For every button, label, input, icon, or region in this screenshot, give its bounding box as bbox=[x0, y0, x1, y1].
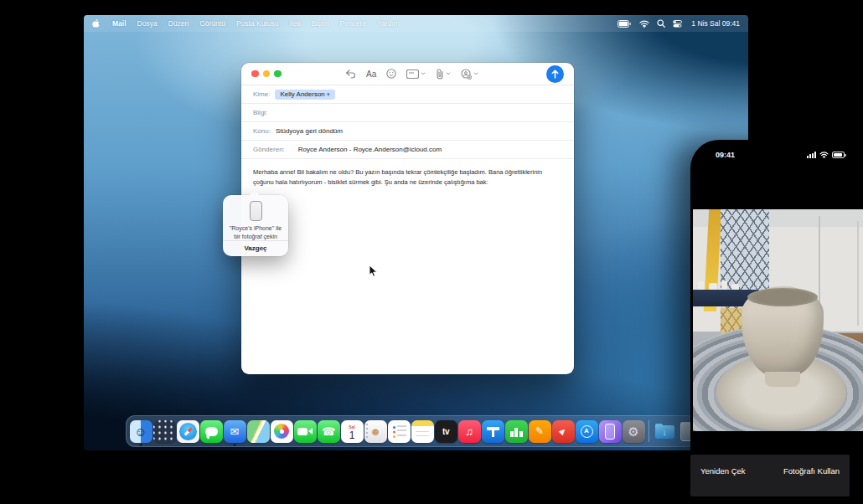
mail-dock-icon[interactable]: ✉ bbox=[223, 416, 246, 446]
door-panel-line bbox=[857, 221, 859, 326]
chevron-down-icon bbox=[446, 72, 451, 75]
cc-label: Bilgi: bbox=[253, 109, 267, 116]
clay-pot bbox=[742, 286, 824, 377]
mail-toolbar: Aa bbox=[241, 63, 574, 85]
open-indicator bbox=[140, 444, 142, 446]
iphone-clock: 09:41 bbox=[716, 151, 735, 159]
mail-compose-window: Aa bbox=[241, 63, 574, 374]
subject-field[interactable]: Konu: Stüdyoya geri döndüm bbox=[241, 122, 574, 141]
menu-görüntü[interactable]: Görüntü bbox=[199, 19, 225, 28]
open-indicator bbox=[234, 444, 236, 446]
header-fields-button[interactable] bbox=[406, 69, 426, 79]
window-controls bbox=[251, 70, 282, 78]
contacts-dock-icon[interactable]: ☻ bbox=[364, 416, 387, 446]
chevron-down-icon bbox=[421, 72, 426, 75]
pages-dock-icon[interactable]: ✎ bbox=[528, 416, 551, 446]
dock-icons: ☺✉☎Sal1☻tv♫✎▲A⚙↓ bbox=[129, 416, 700, 446]
subject-value: Stüdyoya geri döndüm bbox=[276, 127, 343, 135]
launchpad-dock-icon[interactable] bbox=[152, 416, 176, 446]
iphone-status-bar: 09:41 bbox=[690, 148, 863, 162]
to-field[interactable]: Kime: Kelly Anderson ▾ bbox=[241, 85, 574, 104]
control-center-icon[interactable] bbox=[673, 20, 682, 28]
menu-items: MailDosyaDüzenGörüntüPosta KutusuİletiBi… bbox=[112, 19, 411, 28]
mac-desktop: MailDosyaDüzenGörüntüPosta KutusuİletiBi… bbox=[84, 15, 748, 450]
menu-posta-kutusu[interactable]: Posta Kutusu bbox=[236, 19, 279, 28]
wifi-icon bbox=[819, 152, 829, 158]
zoom-button[interactable] bbox=[274, 70, 282, 78]
shelf-pottery bbox=[698, 280, 748, 290]
rocket-app-dock-icon[interactable]: ▲ bbox=[551, 416, 575, 446]
wifi-icon[interactable] bbox=[639, 20, 649, 28]
music-dock-icon[interactable]: ♫ bbox=[457, 416, 481, 446]
photos-dock-icon[interactable] bbox=[270, 416, 293, 446]
keynote-dock-icon[interactable] bbox=[481, 416, 504, 446]
close-button[interactable] bbox=[251, 70, 259, 78]
continuity-camera-popup: "Royce's iPhone" ile bir fotoğraf çekin … bbox=[223, 195, 288, 256]
format-button[interactable]: Aa bbox=[366, 69, 376, 79]
chevron-down-icon bbox=[473, 72, 478, 75]
app-store-dock-icon[interactable]: A bbox=[575, 416, 598, 446]
screen: MailDosyaDüzenGörüntüPosta KutusuİletiBi… bbox=[0, 0, 863, 504]
subject-label: Konu: bbox=[253, 127, 271, 135]
apple-menu-icon[interactable] bbox=[92, 18, 101, 28]
menu-i̇leti[interactable]: İleti bbox=[289, 19, 300, 28]
minimize-button[interactable] bbox=[263, 70, 271, 78]
send-button[interactable] bbox=[546, 65, 564, 83]
downloads-folder-dock-icon[interactable]: ↓ bbox=[653, 416, 676, 446]
camera-action-bar: Yeniden Çek Fotoğrafı Kullan bbox=[690, 455, 850, 496]
dock: ☺✉☎Sal1☻tv♫✎▲A⚙↓ bbox=[126, 415, 696, 447]
phone-dock-icon[interactable]: ☎ bbox=[317, 416, 340, 446]
iphone-device-app-dock-icon[interactable] bbox=[598, 416, 622, 446]
emoji-button[interactable] bbox=[386, 69, 396, 79]
finder-dock-icon[interactable]: ☺ bbox=[129, 416, 152, 446]
dock-divider bbox=[649, 420, 649, 442]
messages-dock-icon[interactable] bbox=[199, 416, 223, 446]
insert-photo-button[interactable] bbox=[461, 69, 478, 80]
from-field[interactable]: Gönderen: Royce Anderson - Royce.Anderso… bbox=[241, 141, 574, 159]
facetime-dock-icon[interactable] bbox=[293, 416, 317, 446]
system-settings-dock-icon[interactable]: ⚙ bbox=[622, 416, 645, 446]
recipient-chip[interactable]: Kelly Anderson ▾ bbox=[275, 90, 334, 100]
use-photo-button[interactable]: Fotoğrafı Kullan bbox=[783, 466, 840, 476]
menu-pencere[interactable]: Pencere bbox=[340, 19, 367, 28]
retake-button[interactable]: Yeniden Çek bbox=[700, 466, 746, 476]
from-value: Royce Anderson - Royce.Anderson@icloud.c… bbox=[298, 146, 442, 153]
numbers-dock-icon[interactable] bbox=[504, 416, 528, 446]
menu-biçim[interactable]: Biçim bbox=[312, 19, 329, 28]
menu-bar: MailDosyaDüzenGörüntüPosta KutusuİletiBi… bbox=[84, 15, 748, 32]
calendar-dock-icon[interactable]: Sal1 bbox=[340, 416, 364, 446]
menu-yardım[interactable]: Yardım bbox=[377, 19, 400, 28]
battery-icon bbox=[832, 152, 845, 158]
chip-chevron-icon: ▾ bbox=[327, 91, 330, 97]
from-label: Gönderen: bbox=[253, 146, 285, 153]
menu-dosya[interactable]: Dosya bbox=[137, 19, 158, 28]
camera-photo-preview bbox=[693, 209, 863, 431]
iphone-icon bbox=[250, 201, 262, 221]
notes-dock-icon[interactable] bbox=[411, 416, 434, 446]
iphone-screen: 09:41 Yeniden Çek bbox=[690, 140, 863, 504]
cellular-signal-icon bbox=[807, 152, 816, 158]
menu-mail[interactable]: Mail bbox=[112, 19, 127, 28]
cc-field[interactable]: Bilgi: bbox=[241, 104, 574, 122]
apple-tv-dock-icon[interactable]: tv bbox=[434, 416, 457, 446]
maps-dock-icon[interactable] bbox=[246, 416, 270, 446]
send-arrow-icon bbox=[551, 69, 559, 79]
message-body[interactable]: Merhaba anne! Bil bakalım ne oldu? Bu ya… bbox=[241, 159, 556, 187]
battery-icon[interactable] bbox=[618, 20, 632, 28]
search-icon[interactable] bbox=[657, 19, 665, 28]
menu-clock[interactable]: 1 Nis Sal 09:41 bbox=[691, 19, 740, 28]
menu-düzen[interactable]: Düzen bbox=[168, 19, 189, 28]
mouse-cursor-icon bbox=[369, 265, 378, 278]
undo-icon[interactable] bbox=[345, 69, 356, 79]
popup-message: "Royce's iPhone" ile bir fotoğraf çekin bbox=[223, 224, 288, 240]
reminders-dock-icon[interactable] bbox=[387, 416, 411, 446]
cancel-button[interactable]: Vazgeç bbox=[223, 240, 288, 256]
to-label: Kime: bbox=[253, 90, 270, 98]
safari-dock-icon[interactable] bbox=[176, 416, 199, 446]
attach-button[interactable] bbox=[436, 69, 451, 80]
